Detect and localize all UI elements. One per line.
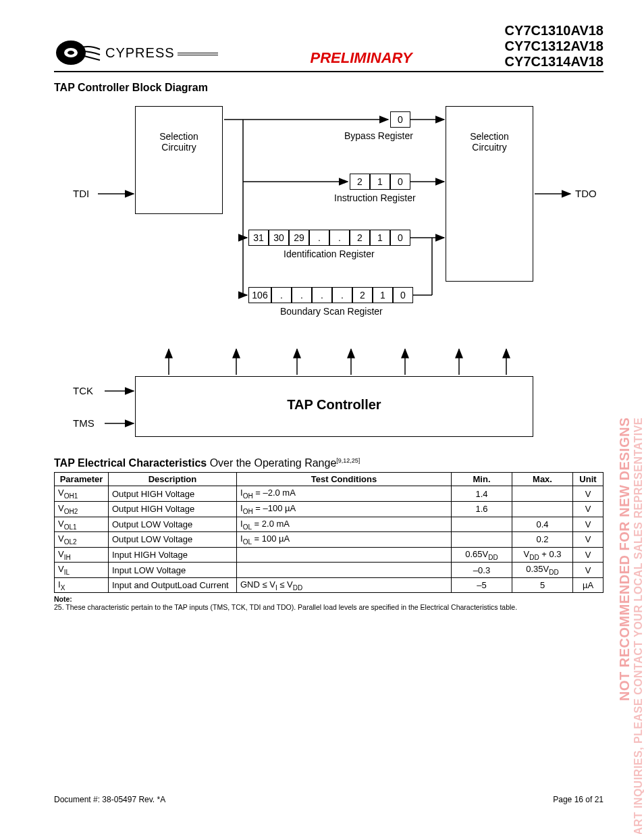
cell-min: –0.3 bbox=[452, 563, 512, 578]
cell-cond: IOH = –2.0 mA bbox=[237, 486, 452, 502]
part-number: CY7C1310AV18 bbox=[505, 23, 603, 38]
id-bit: 29 bbox=[289, 230, 309, 246]
cell-desc: Output HIGH Voltage bbox=[109, 486, 237, 502]
cell-max: 5 bbox=[512, 577, 573, 593]
cell-desc: Input and OutputLoad Current bbox=[109, 577, 237, 593]
table-row: VILInput LOW Voltage–0.30.35VDDV bbox=[55, 563, 603, 578]
id-bit: 1 bbox=[370, 230, 390, 246]
page-header: CYPRESS PRELIMINARY CY7C1310AV18 CY7C131… bbox=[54, 23, 603, 72]
bscan-label: Boundary Scan Register bbox=[280, 306, 383, 317]
instr-bit: 0 bbox=[390, 174, 410, 190]
tms-label: TMS bbox=[73, 417, 95, 429]
tdo-label: TDO bbox=[575, 188, 597, 199]
cell-cond bbox=[237, 563, 452, 578]
cell-min: 1.6 bbox=[452, 501, 512, 517]
cell-max: 0.35VDD bbox=[512, 563, 573, 578]
elec-heading-refs: [9,12,25] bbox=[336, 457, 360, 464]
tdi-label: TDI bbox=[73, 188, 89, 199]
doc-number: Document #: 38-05497 Rev. *A bbox=[54, 795, 165, 804]
cell-param: VOL1 bbox=[55, 517, 109, 532]
cell-param: VIL bbox=[55, 563, 109, 578]
id-bit: 31 bbox=[248, 230, 269, 246]
cell-param: VOH2 bbox=[55, 501, 109, 517]
instr-label: Instruction Register bbox=[334, 192, 416, 203]
cell-param: VIH bbox=[55, 547, 109, 563]
cell-max: 0.2 bbox=[512, 532, 573, 548]
tap-controller-box: TAP Controller bbox=[135, 376, 533, 437]
id-bit: 2 bbox=[350, 230, 370, 246]
cell-unit: µA bbox=[573, 577, 603, 593]
cell-param: VOL2 bbox=[55, 532, 109, 548]
svg-point-2 bbox=[68, 51, 74, 55]
table-row: IXInput and OutputLoad CurrentGND ≤ VI ≤… bbox=[55, 577, 603, 593]
cell-desc: Output LOW Voltage bbox=[109, 532, 237, 548]
elec-heading-rest: Over the Operating Range bbox=[207, 457, 336, 469]
col-min: Min. bbox=[452, 473, 512, 486]
id-bit: . bbox=[309, 230, 329, 246]
cell-cond: IOL = 100 µA bbox=[237, 532, 452, 548]
instr-bit: 1 bbox=[370, 174, 390, 190]
col-max: Max. bbox=[512, 473, 573, 486]
bypass-label: Bypass Register bbox=[344, 130, 413, 141]
tap-block-diagram: Selection Circuitry Selection Circuitry … bbox=[68, 99, 581, 450]
cell-max: VDD + 0.3 bbox=[512, 547, 573, 563]
col-unit: Unit bbox=[573, 473, 603, 486]
elec-heading-bold: TAP Electrical Characteristics bbox=[54, 457, 207, 469]
page-footer: Document #: 38-05497 Rev. *A Page 16 of … bbox=[54, 795, 603, 804]
bscan-bit: 0 bbox=[393, 287, 413, 303]
col-conditions: Test Conditions bbox=[237, 473, 452, 486]
cell-cond: GND ≤ VI ≤ VDD bbox=[237, 577, 452, 593]
cell-min bbox=[452, 532, 512, 548]
instr-bit: 2 bbox=[350, 174, 370, 190]
tck-label: TCK bbox=[73, 385, 93, 396]
cell-max bbox=[512, 486, 573, 502]
id-bit: 0 bbox=[390, 230, 410, 246]
cell-max bbox=[512, 501, 573, 517]
id-bit: 30 bbox=[269, 230, 289, 246]
table-row: VOL1Output LOW VoltageIOL = 2.0 mA0.4V bbox=[55, 517, 603, 532]
bscan-bit: 1 bbox=[373, 287, 393, 303]
cell-param: IX bbox=[55, 577, 109, 593]
elec-table: Parameter Description Test Conditions Mi… bbox=[54, 472, 603, 593]
cell-unit: V bbox=[573, 547, 603, 563]
table-header-row: Parameter Description Test Conditions Mi… bbox=[55, 473, 603, 486]
cell-min: –5 bbox=[452, 577, 512, 593]
table-row: VOH1Output HIGH VoltageIOH = –2.0 mA1.4V bbox=[55, 486, 603, 502]
col-parameter: Parameter bbox=[55, 473, 109, 486]
cell-cond: IOH = –100 µA bbox=[237, 501, 452, 517]
table-row: VOH2Output HIGH VoltageIOH = –100 µA1.6V bbox=[55, 501, 603, 517]
cell-cond: IOL = 2.0 mA bbox=[237, 517, 452, 532]
cell-min: 1.4 bbox=[452, 486, 512, 502]
brand-logo: CYPRESS bbox=[54, 36, 218, 70]
col-description: Description bbox=[109, 473, 237, 486]
cell-desc: Output HIGH Voltage bbox=[109, 501, 237, 517]
table-row: VIHInput HIGH Voltage0.65VDDVDD + 0.3V bbox=[55, 547, 603, 563]
part-numbers: CY7C1310AV18 CY7C1312AV18 CY7C1314AV18 bbox=[505, 23, 603, 70]
selection-circuitry-left: Selection Circuitry bbox=[135, 106, 223, 214]
cell-min bbox=[452, 517, 512, 532]
cell-max: 0.4 bbox=[512, 517, 573, 532]
cell-unit: V bbox=[573, 532, 603, 548]
bscan-bit: . bbox=[332, 287, 352, 303]
bscan-bit: 2 bbox=[352, 287, 373, 303]
preliminary-label: PRELIMINARY bbox=[311, 49, 412, 70]
note-label: Note: bbox=[54, 595, 72, 603]
cell-min: 0.65VDD bbox=[452, 547, 512, 563]
bypass-bit-0: 0 bbox=[390, 111, 410, 128]
page-number: Page 16 of 21 bbox=[553, 795, 603, 804]
bscan-bit: 106 bbox=[248, 287, 271, 303]
brand-name: CYPRESS bbox=[105, 45, 175, 60]
cell-unit: V bbox=[573, 517, 603, 532]
cypress-logo-icon bbox=[54, 36, 101, 70]
selection-circuitry-right: Selection Circuitry bbox=[446, 106, 533, 282]
cell-unit: V bbox=[573, 486, 603, 502]
id-bit: . bbox=[329, 230, 350, 246]
cell-unit: V bbox=[573, 563, 603, 578]
cell-cond bbox=[237, 547, 452, 563]
cell-desc: Output LOW Voltage bbox=[109, 517, 237, 532]
bscan-bit: . bbox=[271, 287, 292, 303]
cell-unit: V bbox=[573, 501, 603, 517]
part-number: CY7C1314AV18 bbox=[505, 54, 603, 70]
bscan-bit: . bbox=[292, 287, 312, 303]
diagram-title: TAP Controller Block Diagram bbox=[54, 82, 603, 94]
